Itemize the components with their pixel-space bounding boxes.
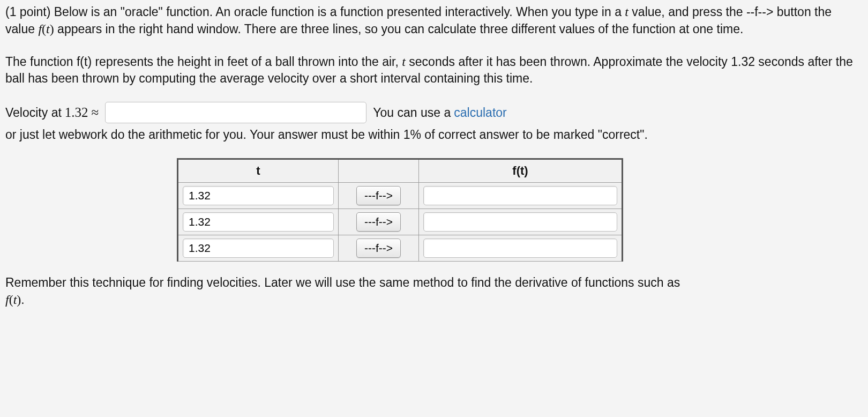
- ft-output-3[interactable]: [423, 239, 617, 258]
- intro-text-1a: Below is an "oracle" function. An oracle…: [54, 5, 625, 19]
- oracle-row: ---f-->: [178, 208, 623, 235]
- footer-b: .: [21, 293, 24, 307]
- f-button-1[interactable]: ---f-->: [356, 186, 401, 205]
- velocity-label-a: Velocity at: [5, 105, 62, 121]
- ft-output-2[interactable]: [423, 212, 617, 232]
- oracle-header-row: t f(t): [178, 159, 623, 183]
- t-input-3[interactable]: [183, 239, 334, 258]
- t-input-1[interactable]: [183, 186, 334, 205]
- oracle-head-blank: [339, 159, 419, 183]
- context-paragraph: The function f(t) represents the height …: [5, 53, 863, 87]
- problem-page: (1 point) Below is an "oracle" function.…: [0, 0, 868, 321]
- footer-a: Remember this technique for finding velo…: [5, 275, 680, 289]
- t-input-2[interactable]: [183, 212, 334, 232]
- fn-ft-footer: f(t): [5, 293, 21, 307]
- after-input-b: or just let webwork do the arithmetic fo…: [5, 126, 648, 143]
- oracle-table-wrap: t f(t) ---f--> ---f--> ---: [5, 158, 863, 262]
- var-t: t: [625, 5, 628, 19]
- oracle-head-t: t: [178, 159, 339, 183]
- intro-paragraph: (1 point) Below is an "oracle" function.…: [5, 3, 863, 38]
- velocity-time: 1.32: [65, 103, 88, 122]
- oracle-table: t f(t) ---f--> ---f--> ---: [177, 158, 623, 262]
- f-button-3[interactable]: ---f-->: [356, 239, 401, 258]
- fn-ft: f(t): [38, 22, 54, 36]
- oracle-head-ft: f(t): [419, 159, 623, 183]
- f-button-2[interactable]: ---f-->: [356, 212, 401, 232]
- oracle-row: ---f-->: [178, 182, 623, 208]
- approx-symbol: ≈: [92, 103, 99, 122]
- para2-a: The function f(t) represents the height …: [5, 55, 402, 69]
- calculator-link[interactable]: calculator: [454, 105, 506, 121]
- after-input-a: You can use a: [373, 105, 451, 121]
- point-label: (1 point): [5, 5, 54, 19]
- intro-text-1c: appears in the right hand window. There …: [54, 22, 744, 36]
- velocity-answer-input[interactable]: [105, 102, 366, 123]
- var-t-2: t: [402, 55, 406, 69]
- answer-paragraph: Velocity at 1.32 ≈ You can use a calcula…: [5, 102, 863, 143]
- footer-paragraph: Remember this technique for finding velo…: [5, 274, 863, 308]
- oracle-row: ---f-->: [178, 235, 623, 261]
- ft-output-1[interactable]: [423, 186, 617, 205]
